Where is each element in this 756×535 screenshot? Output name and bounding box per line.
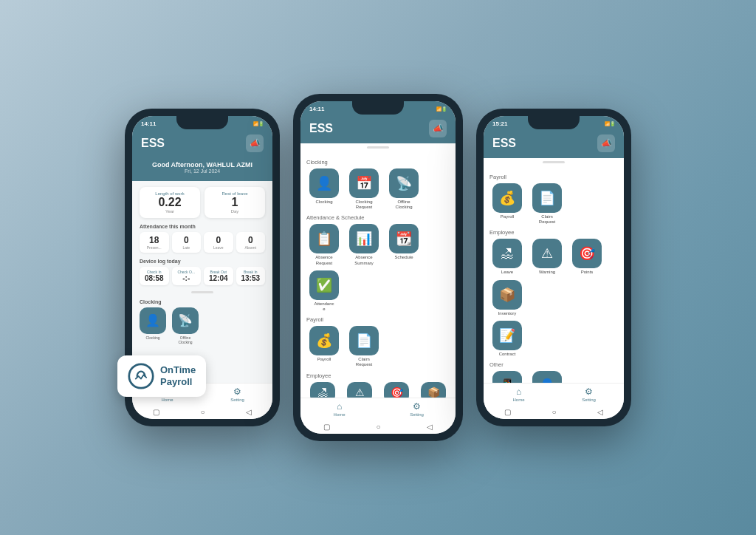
phone-3-notification-icon[interactable]: 📣	[597, 134, 615, 152]
phone3-other-title: Other	[489, 361, 618, 368]
attendance-label: Attendance	[314, 301, 334, 312]
phone-1-date: Fri, 12 Jul 2024	[141, 168, 264, 174]
phone-3-bottom-nav: ⌂ Home ⚙ Setting	[484, 383, 624, 405]
phone3-payroll-grid: 💰 Payroll 📄 ClaimRequest	[489, 183, 618, 225]
menu-item-claim-request[interactable]: 📄 ClaimRequest	[346, 326, 382, 367]
phone3-loan-icon: 👤	[532, 371, 562, 383]
android-back-2[interactable]: ◁	[427, 423, 433, 431]
phone-1-greeting: Good Afternoon, WAHLUL AZMI	[141, 161, 264, 168]
phone3-contract-item[interactable]: 📝 Contract	[489, 321, 525, 357]
phone3-employee-grid: 🏖 Leave ⚠ Warning 🎯 Points 📦 Inventory	[489, 239, 618, 316]
android-square-2[interactable]: ▢	[323, 423, 330, 431]
absence-request-label: AbsenceRequest	[315, 255, 332, 265]
absence-summary-icon: 📊	[349, 224, 379, 253]
phone3-payroll-icon: 💰	[492, 183, 522, 213]
android-back-1[interactable]: ◁	[246, 408, 252, 416]
home-label-3: Home	[512, 398, 524, 402]
menu-item-payroll[interactable]: 💰 Payroll	[306, 326, 342, 367]
phone3-leave-item[interactable]: 🏖 Leave	[489, 239, 525, 275]
phone-2-android-nav: ▢ ○ ◁	[300, 420, 456, 434]
menu-item-inventory-partial[interactable]: 📦	[417, 382, 450, 398]
menu-item-clocking-request[interactable]: 📅 ClockingRequest	[346, 168, 382, 210]
phone3-devicelog-item[interactable]: 📱 DeviceLog	[489, 371, 525, 383]
phone-3-screen: 15:21 📶🔋 ESS 📣 Payroll 💰 Payroll 📄	[484, 116, 624, 419]
att-absent: 0 Absent	[236, 232, 266, 253]
android-circle-3[interactable]: ○	[551, 408, 556, 416]
android-square-3[interactable]: ▢	[504, 408, 511, 416]
phone-2-screen: 14:11 📶🔋 ESS 📣 Clocking 👤 Clocking 📅	[300, 101, 456, 434]
phone3-employee-title: Employee	[489, 229, 618, 236]
brand-logo-icon	[128, 363, 154, 389]
home-label-2: Home	[333, 412, 345, 417]
phone-2-time: 14:11	[309, 106, 324, 112]
attendance-row: 18 Presen... 0 Late 0 Leave 0 Absent	[132, 231, 272, 256]
phone3-claim-item[interactable]: 📄 ClaimRequest	[529, 183, 565, 225]
phone3-other-grid: 📱 DeviceLog 👤 Loan	[489, 371, 618, 383]
menu-grid-employee-partial: 🏖 ⚠ 🎯 📦	[306, 382, 450, 398]
nav-home-3[interactable]: ⌂ Home	[484, 386, 554, 402]
menu-item-warning-partial[interactable]: ⚠	[343, 382, 376, 398]
menu-item-clocking[interactable]: 👤 Clocking	[306, 168, 342, 210]
android-square-1[interactable]: ▢	[153, 408, 159, 416]
android-back-3[interactable]: ◁	[597, 408, 603, 416]
phone3-loan-item[interactable]: 👤 Loan	[529, 371, 565, 383]
phone-3: 15:21 📶🔋 ESS 📣 Payroll 💰 Payroll 📄	[476, 109, 631, 426]
phone3-warning-item[interactable]: ⚠ Warning	[529, 239, 565, 275]
setting-label-1: Setting	[230, 398, 244, 402]
menu-grid-clocking: 👤 Clocking 📅 ClockingRequest 📡 OfflineCl…	[306, 168, 450, 210]
nav-home-2[interactable]: ⌂ Home	[300, 401, 378, 417]
scroll-indicator-3	[543, 161, 565, 163]
phone-1-android-nav: ▢ ○ ◁	[132, 405, 272, 419]
menu-section-employee: Employee	[306, 372, 450, 379]
menu-grid-attendance: 📋 AbsenceRequest 📊 AbsenceSummary 📆 Sche…	[306, 224, 450, 312]
log-checkin: Check In 08:58	[140, 267, 169, 285]
phones-container: OnTime Payroll 14:11 📶🔋 ESS 📣 Good After…	[125, 94, 631, 441]
phone3-inventory-item[interactable]: 📦 Inventory	[489, 280, 525, 316]
phone-2-title: ESS	[309, 122, 333, 135]
setting-label-3: Setting	[582, 398, 596, 402]
phone-2-notification-icon[interactable]: 📣	[429, 120, 447, 137]
clock-item-clocking[interactable]: 👤 Clocking	[140, 307, 166, 344]
phone3-points-item[interactable]: 🎯 Points	[569, 239, 605, 275]
phone-1-greeting-section: Good Afternoon, WAHLUL AZMI Fri, 12 Jul …	[132, 158, 272, 181]
clocking-menu-label: Clocking	[315, 200, 332, 205]
menu-item-absence-request[interactable]: 📋 AbsenceRequest	[306, 224, 342, 265]
scroll-indicator-1	[191, 291, 213, 293]
logo-badge: OnTime Payroll	[117, 355, 206, 397]
log-breakout: Break Out 12:04	[204, 267, 233, 285]
phone-1-notification-icon[interactable]: 📣	[246, 134, 264, 152]
phone3-points-icon: 🎯	[572, 239, 602, 268]
stat-value-work: 0.22	[144, 196, 196, 209]
phone-3-status-icons: 📶🔋	[605, 121, 615, 126]
menu-item-leave-partial[interactable]: 🏖	[306, 382, 339, 398]
log-breakin: Break In 13:53	[236, 267, 266, 285]
menu-item-attendance[interactable]: ✅ Attendance	[306, 270, 342, 312]
scroll-indicator-2	[367, 146, 389, 149]
offline-clocking-menu-icon: 📡	[389, 168, 419, 198]
menu-item-schedule[interactable]: 📆 Schedule	[386, 224, 422, 265]
phone3-inventory-icon: 📦	[492, 280, 522, 310]
log-checkout: Check O... -:-	[172, 267, 202, 285]
phone-2-status-icons: 📶🔋	[436, 106, 447, 112]
menu-item-points-partial[interactable]: 🎯	[380, 382, 413, 398]
android-circle-1[interactable]: ○	[200, 408, 205, 416]
payroll-icon: 💰	[309, 326, 339, 355]
phone-3-header: ESS 📣	[484, 130, 624, 158]
nav-setting-2[interactable]: ⚙ Setting	[378, 401, 456, 417]
clocking-request-label: ClockingRequest	[355, 200, 372, 210]
android-circle-2[interactable]: ○	[376, 423, 380, 431]
setting-icon-1: ⚙	[233, 386, 241, 397]
menu-item-absence-summary[interactable]: 📊 AbsenceSummary	[346, 224, 382, 265]
phone3-payroll-title: Payroll	[489, 174, 618, 180]
phone3-contract-icon: 📝	[492, 321, 522, 350]
menu-item-offline-clocking[interactable]: 📡 OfflineClocking	[386, 168, 422, 210]
clock-item-offline[interactable]: 📡 OfflineClocking	[172, 307, 199, 344]
phone-3-notch	[528, 116, 580, 129]
nav-setting-3[interactable]: ⚙ Setting	[554, 386, 624, 402]
phone-1-notch	[176, 116, 228, 129]
clocking-menu-icon: 👤	[309, 168, 339, 198]
phone-1-title: ESS	[141, 137, 165, 150]
nav-setting-1[interactable]: ⚙ Setting	[202, 386, 272, 402]
phone3-payroll-item[interactable]: 💰 Payroll	[489, 183, 525, 225]
payroll-label: Payroll	[317, 357, 331, 362]
